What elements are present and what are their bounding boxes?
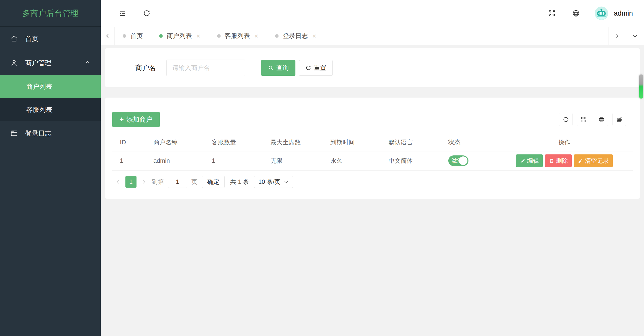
username[interactable]: admin	[614, 9, 633, 17]
table-refresh-button[interactable]	[559, 113, 572, 126]
main-column: admin 首页 商户列表 × 客服列表 ×	[101, 0, 644, 336]
print-icon	[598, 116, 605, 123]
merchant-name-label: 商户名	[135, 63, 156, 72]
tab-close-icon[interactable]: ×	[254, 33, 259, 39]
sidebar-item-label: 客服列表	[26, 105, 52, 114]
reset-button-label: 重置	[314, 64, 326, 72]
refresh-icon	[143, 9, 151, 17]
tab-merchant-list[interactable]: 商户列表 ×	[151, 27, 209, 45]
sidebar-item-label: 商户管理	[25, 59, 51, 67]
fullscreen-icon	[548, 9, 556, 17]
page-size-select[interactable]: 10 条/页	[254, 176, 293, 188]
search-panel: 商户名 查询 重置	[105, 48, 640, 87]
tab-status-dot	[275, 34, 279, 38]
reset-icon	[305, 65, 311, 71]
sidebar-item-merchant-mgmt[interactable]: 商户管理	[0, 51, 101, 75]
collapse-menu-icon	[118, 9, 126, 17]
tabs-menu-button[interactable]	[626, 27, 644, 45]
language-button[interactable]	[572, 9, 580, 17]
export-icon	[616, 116, 623, 123]
cell-merchant-name: admin	[146, 151, 204, 170]
delete-button-label: 删除	[556, 157, 568, 165]
table-tool-icons	[559, 113, 626, 126]
chevron-left-icon	[105, 33, 111, 39]
tabs-scroll-right-button[interactable]	[608, 27, 626, 45]
chevron-up-icon	[85, 59, 91, 67]
table-export-button[interactable]	[613, 113, 626, 126]
home-icon	[10, 35, 18, 43]
collapse-sidebar-button[interactable]	[118, 9, 126, 17]
table-columns-button[interactable]	[577, 113, 590, 126]
search-icon	[268, 65, 274, 71]
chevron-down-icon	[632, 33, 638, 39]
jump-prefix-label: 到第	[152, 178, 164, 186]
query-button[interactable]: 查询	[261, 60, 295, 76]
table-row: 1 admin 1 无限 永久 中文简体 激活	[112, 151, 633, 170]
tab-label: 登录日志	[283, 32, 308, 40]
tab-close-icon[interactable]: ×	[312, 33, 317, 39]
app-root: 多商户后台管理 首页 商户管理 商户列表 客服列表	[0, 0, 644, 336]
brush-icon	[578, 158, 583, 163]
edit-button[interactable]: 编辑	[516, 154, 543, 167]
table-print-button[interactable]	[595, 113, 608, 126]
tabbar-spacer	[325, 27, 608, 45]
table-toolbar: + 添加商户	[112, 98, 633, 127]
tab-status-dot	[123, 34, 126, 38]
total-count-label: 共 1 条	[230, 178, 249, 186]
header-status: 状态	[441, 134, 496, 151]
fullscreen-button[interactable]	[548, 9, 556, 17]
sidebar-item-home[interactable]: 首页	[0, 27, 101, 51]
tab-login-log[interactable]: 登录日志 ×	[267, 27, 325, 45]
trash-icon	[549, 158, 554, 163]
status-toggle[interactable]: 激活	[448, 155, 468, 166]
header-language: 默认语言	[381, 134, 441, 151]
current-page[interactable]: 1	[125, 176, 137, 188]
tab-agent-list[interactable]: 客服列表 ×	[209, 27, 267, 45]
scrollbar-thumb[interactable]	[639, 74, 643, 99]
clear-records-button[interactable]: 清空记录	[574, 154, 613, 167]
tab-label: 商户列表	[167, 32, 192, 40]
add-merchant-button[interactable]: + 添加商户	[112, 112, 160, 127]
sidebar-item-label: 首页	[25, 34, 38, 43]
table-panel: + 添加商户	[105, 98, 640, 199]
clear-records-button-label: 清空记录	[585, 157, 609, 165]
refresh-icon	[562, 116, 569, 123]
sidebar-submenu: 商户列表 客服列表	[0, 75, 101, 121]
avatar[interactable]	[595, 7, 608, 20]
next-page-button[interactable]	[138, 179, 150, 185]
sidebar: 多商户后台管理 首页 商户管理 商户列表 客服列表	[0, 0, 101, 336]
topbar: admin	[101, 0, 644, 27]
chevron-right-icon	[141, 179, 147, 185]
pagination: 1 到第 页 确定 共 1 条 10 条/页	[112, 176, 633, 188]
tabs-scroll-left-button[interactable]	[101, 27, 114, 45]
topbar-right: admin	[548, 7, 633, 20]
tab-close-icon[interactable]: ×	[196, 33, 201, 39]
refresh-page-button[interactable]	[143, 9, 151, 17]
cell-expire-time: 永久	[323, 151, 381, 170]
confirm-page-button[interactable]: 确定	[202, 176, 225, 188]
cell-status: 激活	[441, 151, 496, 170]
chevron-left-icon	[115, 179, 121, 185]
chevron-right-icon	[614, 33, 620, 39]
sidebar-nav: 首页 商户管理 商户列表 客服列表 登录日志	[0, 27, 101, 145]
app-logo: 多商户后台管理	[0, 0, 101, 27]
merchant-name-input[interactable]	[166, 60, 245, 76]
sidebar-item-label: 商户列表	[26, 82, 52, 91]
tab-label: 客服列表	[225, 32, 250, 40]
add-merchant-label: 添加商户	[126, 115, 153, 124]
sidebar-item-agent-list[interactable]: 客服列表	[0, 98, 101, 121]
delete-button[interactable]: 删除	[545, 154, 572, 167]
cell-id: 1	[112, 151, 146, 170]
header-agent-count: 客服数量	[204, 134, 263, 151]
tab-home[interactable]: 首页	[114, 27, 151, 45]
reset-button[interactable]: 重置	[299, 60, 333, 76]
sidebar-item-merchant-list[interactable]: 商户列表	[0, 75, 101, 98]
prev-page-button[interactable]	[112, 179, 124, 185]
sidebar-item-login-log[interactable]: 登录日志	[0, 121, 101, 145]
page-jump-input[interactable]	[168, 176, 187, 188]
header-id: ID	[112, 134, 146, 151]
user-icon	[10, 59, 18, 67]
sidebar-item-label: 登录日志	[25, 129, 51, 138]
robot-avatar-icon	[595, 7, 608, 20]
edit-button-label: 编辑	[527, 157, 539, 165]
